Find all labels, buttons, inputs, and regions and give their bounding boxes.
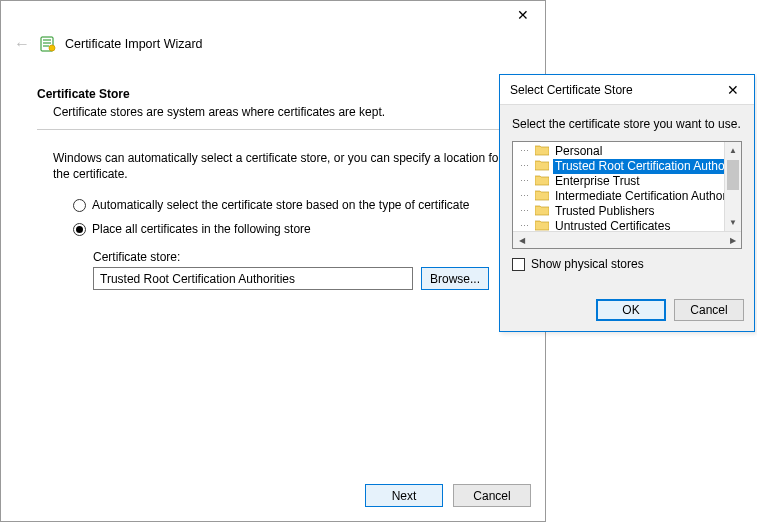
dialog-body: Select the certificate store you want to…	[500, 105, 754, 299]
tree-item-label: Enterprise Trust	[553, 174, 642, 189]
dialog-titlebar: Select Certificate Store ✕	[500, 75, 754, 105]
wizard-title: Certificate Import Wizard	[65, 37, 203, 51]
tree-connector-icon: ⋯	[517, 204, 531, 219]
ok-button[interactable]: OK	[596, 299, 666, 321]
dialog-footer: OK Cancel	[500, 299, 754, 331]
back-arrow-icon[interactable]: ←	[13, 35, 31, 53]
dialog-title: Select Certificate Store	[510, 83, 633, 97]
horizontal-scrollbar[interactable]: ◀ ▶	[513, 231, 741, 248]
tree-connector-icon: ⋯	[517, 219, 531, 231]
scroll-down-icon[interactable]: ▼	[725, 214, 741, 231]
certificate-store-input[interactable]	[93, 267, 413, 290]
dialog-prompt: Select the certificate store you want to…	[512, 117, 742, 131]
tree-connector-icon: ⋯	[517, 174, 531, 189]
folder-icon	[535, 174, 549, 190]
tree-item-label: Untrusted Certificates	[553, 219, 672, 231]
folder-icon	[535, 204, 549, 220]
next-button[interactable]: Next	[365, 484, 443, 507]
radio-auto-label: Automatically select the certificate sto…	[92, 198, 470, 212]
scroll-up-icon[interactable]: ▲	[725, 142, 741, 159]
tree-item[interactable]: ⋯Trusted Root Certification Authorities	[517, 159, 724, 174]
wizard-header: ← Certificate Import Wizard	[1, 31, 545, 59]
cancel-button[interactable]: Cancel	[453, 484, 531, 507]
svg-point-4	[49, 45, 55, 51]
cancel-button[interactable]: Cancel	[674, 299, 744, 321]
folder-icon	[535, 189, 549, 205]
section-title: Certificate Store	[37, 87, 515, 101]
wizard-titlebar: ✕	[1, 1, 545, 31]
close-icon[interactable]: ✕	[712, 76, 754, 104]
certificate-store-area: Certificate store: Browse...	[93, 250, 515, 290]
browse-button[interactable]: Browse...	[421, 267, 489, 290]
scroll-right-icon[interactable]: ▶	[724, 232, 741, 248]
radio-auto-select[interactable]: Automatically select the certificate sto…	[73, 198, 515, 212]
tree-item[interactable]: ⋯Enterprise Trust	[517, 174, 724, 189]
tree-connector-icon: ⋯	[517, 159, 531, 174]
radio-place-all[interactable]: Place all certificates in the following …	[73, 222, 515, 236]
radio-place-label: Place all certificates in the following …	[92, 222, 311, 236]
checkbox-icon	[512, 258, 525, 271]
tree-item[interactable]: ⋯Intermediate Certification Authorities	[517, 189, 724, 204]
certificate-store-label: Certificate store:	[93, 250, 515, 264]
close-icon[interactable]: ✕	[501, 1, 545, 29]
tree-item[interactable]: ⋯Trusted Publishers	[517, 204, 724, 219]
intro-paragraph: Windows can automatically select a certi…	[53, 150, 503, 182]
tree-item-label: Intermediate Certification Authorities	[553, 189, 724, 204]
tree-connector-icon: ⋯	[517, 144, 531, 159]
scroll-left-icon[interactable]: ◀	[513, 232, 530, 248]
section-subtitle: Certificate stores are system areas wher…	[53, 105, 515, 119]
radio-icon	[73, 199, 86, 212]
tree-connector-icon: ⋯	[517, 189, 531, 204]
tree-item[interactable]: ⋯Untrusted Certificates	[517, 219, 724, 231]
tree-item-label: Personal	[553, 144, 604, 159]
tree-item-label: Trusted Root Certification Authorities	[553, 159, 724, 174]
certificate-import-wizard-window: ✕ ← Certificate Import Wizard Certificat…	[0, 0, 546, 522]
folder-icon	[535, 219, 549, 232]
scroll-thumb[interactable]	[727, 160, 739, 190]
wizard-footer: Next Cancel	[365, 484, 531, 507]
tree-item-label: Trusted Publishers	[553, 204, 657, 219]
radio-icon	[73, 223, 86, 236]
wizard-body: Certificate Store Certificate stores are…	[1, 59, 545, 290]
select-certificate-store-dialog: Select Certificate Store ✕ Select the ce…	[499, 74, 755, 332]
store-radio-group: Automatically select the certificate sto…	[73, 198, 515, 236]
tree-item[interactable]: ⋯Personal	[517, 144, 724, 159]
folder-icon	[535, 144, 549, 160]
tree-list[interactable]: ⋯Personal⋯Trusted Root Certification Aut…	[513, 142, 724, 231]
show-physical-stores-checkbox[interactable]: Show physical stores	[512, 257, 742, 271]
certificate-icon	[39, 35, 57, 53]
divider	[37, 129, 515, 130]
vertical-scrollbar[interactable]: ▲ ▼	[724, 142, 741, 231]
folder-icon	[535, 159, 549, 175]
certificate-store-tree: ⋯Personal⋯Trusted Root Certification Aut…	[512, 141, 742, 249]
show-physical-label: Show physical stores	[531, 257, 644, 271]
